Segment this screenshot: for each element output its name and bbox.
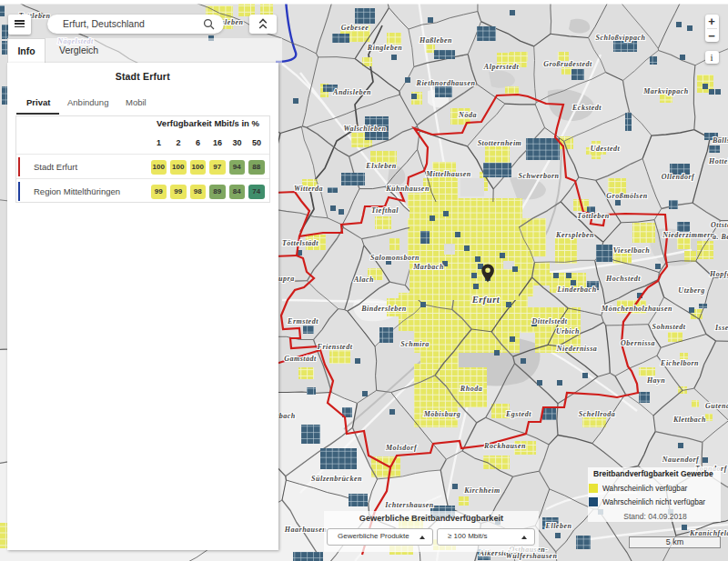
svg-text:Bindersleben: Bindersleben [360, 305, 407, 313]
svg-text:Marbach: Marbach [412, 263, 444, 271]
svg-text:Wülfershausen: Wülfershausen [506, 552, 558, 560]
svg-text:Andisleben: Andisleben [332, 88, 371, 96]
svg-text:Isseroda: Isseroda [714, 324, 728, 332]
svg-text:Schloßvippach: Schloßvippach [596, 34, 646, 42]
svg-text:Großrudestedt: Großrudestedt [543, 60, 592, 68]
svg-text:Rhoda: Rhoda [460, 385, 482, 393]
svg-text:Schellroda: Schellroda [579, 410, 616, 418]
svg-text:Mönchenholzhausen: Mönchenholzhausen [601, 305, 672, 313]
svg-text:Gutendorf: Gutendorf [705, 402, 728, 410]
svg-text:Alperstedt: Alperstedt [483, 63, 520, 71]
svg-text:Eckstedt: Eckstedt [571, 104, 602, 112]
svg-text:Gebesee: Gebesee [341, 24, 369, 32]
svg-text:Niederzimmern: Niederzimmern [662, 231, 715, 239]
svg-text:Kerspleben: Kerspleben [555, 231, 594, 239]
svg-text:Nöda: Nöda [458, 111, 477, 119]
svg-text:Elleben: Elleben [545, 522, 572, 530]
svg-text:Utzberg: Utzberg [678, 286, 704, 295]
svg-text:Nauendorf: Nauendorf [662, 456, 700, 464]
svg-text:Hayn: Hayn [646, 376, 665, 385]
svg-text:Eichelborn: Eichelborn [660, 359, 699, 367]
svg-text:Hopfgarten: Hopfgarten [709, 270, 728, 278]
svg-text:Sohnstedt: Sohnstedt [652, 323, 686, 331]
svg-text:Tiefthal: Tiefthal [371, 206, 399, 215]
svg-text:Linderbach: Linderbach [556, 286, 596, 294]
svg-text:Urbich: Urbich [556, 327, 580, 336]
svg-text:Riethnordhausen: Riethnordhausen [416, 79, 476, 87]
svg-text:Haßleben: Haßleben [419, 36, 452, 45]
svg-text:Erfurt: Erfurt [471, 295, 500, 305]
svg-text:Ichtershausen: Ichtershausen [384, 501, 434, 509]
svg-text:Schmira: Schmira [400, 340, 430, 348]
svg-text:Töttleben: Töttleben [577, 212, 610, 220]
svg-text:Vieselbach: Vieselbach [613, 246, 651, 255]
svg-text:Markvippach: Markvippach [642, 87, 689, 95]
svg-text:Gamstädt: Gamstädt [284, 355, 317, 363]
svg-text:Klettbach: Klettbach [672, 416, 706, 424]
svg-text:Kühnhausen: Kühnhausen [385, 185, 430, 193]
svg-text:Walschleben: Walschleben [343, 125, 386, 133]
svg-text:Salomonsborn: Salomonsborn [370, 254, 420, 262]
svg-text:Töttelstädt: Töttelstädt [282, 239, 318, 247]
svg-text:Niedernissa: Niedernissa [556, 345, 598, 353]
svg-text:Ermstedt: Ermstedt [287, 317, 318, 326]
svg-text:Obernissa: Obernissa [621, 339, 655, 347]
svg-text:Kirchheim: Kirchheim [463, 486, 500, 495]
svg-text:Egstedt: Egstedt [505, 410, 531, 418]
svg-text:Mittelhausen: Mittelhausen [425, 170, 471, 178]
svg-text:Rockhausen: Rockhausen [483, 442, 526, 450]
svg-text:Alach: Alach [353, 275, 374, 284]
svg-text:Frienstedt: Frienstedt [317, 343, 353, 351]
svg-text:Ollendorf: Ollendorf [662, 173, 695, 181]
svg-text:Molsdorf: Molsdorf [385, 444, 418, 452]
svg-text:Udestedt: Udestedt [591, 145, 621, 153]
svg-text:Sülzenbrücken: Sülzenbrücken [311, 475, 362, 483]
svg-text:Dittelstedt: Dittelstedt [531, 317, 568, 326]
svg-text:a. Berge: a. Berge [713, 233, 728, 241]
svg-text:Ringleben: Ringleben [367, 44, 402, 52]
svg-text:Schwerborn: Schwerborn [518, 172, 559, 180]
svg-text:Großmölsen: Großmölsen [606, 192, 648, 200]
svg-text:Hottelstedt: Hottelstedt [708, 157, 728, 165]
svg-text:Ballstedt: Ballstedt [712, 136, 728, 145]
svg-text:Stotternheim: Stotternheim [478, 139, 522, 147]
svg-text:Witterda: Witterda [294, 185, 323, 193]
svg-text:Möbisburg: Möbisburg [423, 410, 461, 418]
svg-text:Hochstedt: Hochstedt [605, 275, 641, 283]
svg-text:Ottstedt: Ottstedt [711, 221, 728, 229]
svg-text:Elxleben: Elxleben [365, 162, 396, 170]
svg-text:Haarhausen: Haarhausen [284, 526, 327, 534]
